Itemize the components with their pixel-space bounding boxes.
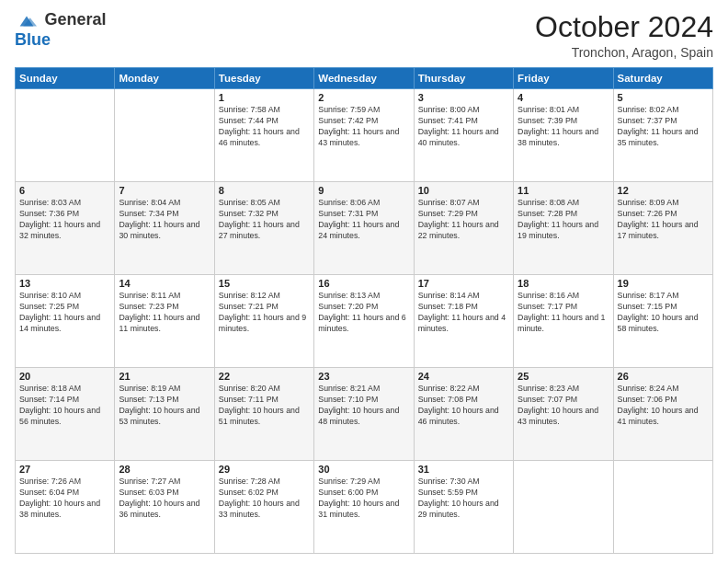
calendar-day-cell: 3Sunrise: 8:00 AM Sunset: 7:41 PM Daylig… [414, 89, 513, 182]
day-info: Sunrise: 8:10 AM Sunset: 7:25 PM Dayligh… [19, 291, 110, 335]
day-info: Sunrise: 8:03 AM Sunset: 7:36 PM Dayligh… [19, 198, 110, 242]
day-number: 9 [318, 185, 409, 196]
day-number: 21 [119, 371, 210, 382]
day-info: Sunrise: 8:21 AM Sunset: 7:10 PM Dayligh… [318, 384, 409, 428]
day-number: 23 [318, 371, 409, 382]
calendar-day-cell: 4Sunrise: 8:01 AM Sunset: 7:39 PM Daylig… [514, 89, 613, 182]
calendar-week-row: 13Sunrise: 8:10 AM Sunset: 7:25 PM Dayli… [16, 275, 713, 368]
day-number: 6 [19, 185, 110, 196]
day-number: 5 [618, 92, 709, 103]
day-number: 4 [518, 92, 609, 103]
day-number: 30 [318, 464, 409, 475]
day-number: 16 [318, 278, 409, 289]
day-number: 11 [518, 185, 609, 196]
header: General Blue October 2024 Tronchon, Arag… [15, 11, 713, 60]
day-number: 31 [418, 464, 509, 475]
weekday-header: Wednesday [314, 68, 414, 89]
calendar-day-cell [613, 461, 712, 554]
day-number: 13 [19, 278, 110, 289]
calendar-day-cell: 5Sunrise: 8:02 AM Sunset: 7:37 PM Daylig… [613, 89, 712, 182]
day-info: Sunrise: 8:12 AM Sunset: 7:21 PM Dayligh… [219, 291, 310, 335]
day-number: 14 [119, 278, 210, 289]
calendar-day-cell: 19Sunrise: 8:17 AM Sunset: 7:15 PM Dayli… [613, 275, 712, 368]
calendar-day-cell: 29Sunrise: 7:28 AM Sunset: 6:02 PM Dayli… [214, 461, 313, 554]
calendar-day-cell: 27Sunrise: 7:26 AM Sunset: 6:04 PM Dayli… [16, 461, 115, 554]
day-info: Sunrise: 8:11 AM Sunset: 7:23 PM Dayligh… [119, 291, 210, 335]
calendar-week-row: 20Sunrise: 8:18 AM Sunset: 7:14 PM Dayli… [16, 368, 713, 461]
day-info: Sunrise: 8:16 AM Sunset: 7:17 PM Dayligh… [518, 291, 609, 335]
day-info: Sunrise: 8:14 AM Sunset: 7:18 PM Dayligh… [418, 291, 509, 335]
day-info: Sunrise: 7:59 AM Sunset: 7:42 PM Dayligh… [318, 105, 409, 149]
calendar-day-cell: 16Sunrise: 8:13 AM Sunset: 7:20 PM Dayli… [314, 275, 414, 368]
day-number: 1 [219, 92, 310, 103]
day-info: Sunrise: 8:07 AM Sunset: 7:29 PM Dayligh… [418, 198, 509, 242]
day-number: 8 [219, 185, 310, 196]
title-area: October 2024 Tronchon, Aragon, Spain [535, 11, 713, 60]
day-info: Sunrise: 8:05 AM Sunset: 7:32 PM Dayligh… [219, 198, 310, 242]
day-number: 17 [418, 278, 509, 289]
calendar-day-cell: 14Sunrise: 8:11 AM Sunset: 7:23 PM Dayli… [115, 275, 214, 368]
day-info: Sunrise: 8:02 AM Sunset: 7:37 PM Dayligh… [618, 105, 709, 149]
calendar-day-cell: 8Sunrise: 8:05 AM Sunset: 7:32 PM Daylig… [214, 182, 313, 275]
day-info: Sunrise: 8:04 AM Sunset: 7:34 PM Dayligh… [119, 198, 210, 242]
day-number: 28 [119, 464, 210, 475]
day-number: 3 [418, 92, 509, 103]
day-info: Sunrise: 8:17 AM Sunset: 7:15 PM Dayligh… [618, 291, 709, 335]
calendar-day-cell [16, 89, 115, 182]
page: General Blue October 2024 Tronchon, Arag… [0, 0, 728, 563]
weekday-header: Tuesday [214, 68, 313, 89]
day-number: 24 [418, 371, 509, 382]
day-info: Sunrise: 8:23 AM Sunset: 7:07 PM Dayligh… [518, 384, 609, 428]
day-number: 27 [19, 464, 110, 475]
calendar-week-row: 1Sunrise: 7:58 AM Sunset: 7:44 PM Daylig… [16, 89, 713, 182]
weekday-header: Sunday [16, 68, 115, 89]
day-number: 22 [219, 371, 310, 382]
weekday-header: Saturday [613, 68, 712, 89]
calendar-day-cell: 30Sunrise: 7:29 AM Sunset: 6:00 PM Dayli… [314, 461, 414, 554]
day-info: Sunrise: 8:09 AM Sunset: 7:26 PM Dayligh… [618, 198, 709, 242]
weekday-header: Friday [514, 68, 613, 89]
calendar-week-row: 27Sunrise: 7:26 AM Sunset: 6:04 PM Dayli… [16, 461, 713, 554]
calendar-week-row: 6Sunrise: 8:03 AM Sunset: 7:36 PM Daylig… [16, 182, 713, 275]
calendar-day-cell: 25Sunrise: 8:23 AM Sunset: 7:07 PM Dayli… [514, 368, 613, 461]
calendar-day-cell: 11Sunrise: 8:08 AM Sunset: 7:28 PM Dayli… [514, 182, 613, 275]
calendar-day-cell: 6Sunrise: 8:03 AM Sunset: 7:36 PM Daylig… [16, 182, 115, 275]
logo-area: General Blue [15, 11, 107, 50]
calendar-day-cell: 1Sunrise: 7:58 AM Sunset: 7:44 PM Daylig… [214, 89, 313, 182]
day-info: Sunrise: 7:30 AM Sunset: 5:59 PM Dayligh… [418, 477, 509, 521]
day-number: 10 [418, 185, 509, 196]
location-title: Tronchon, Aragon, Spain [535, 45, 713, 60]
weekday-header: Monday [115, 68, 214, 89]
calendar-day-cell: 9Sunrise: 8:06 AM Sunset: 7:31 PM Daylig… [314, 182, 414, 275]
calendar-day-cell: 22Sunrise: 8:20 AM Sunset: 7:11 PM Dayli… [214, 368, 313, 461]
day-number: 29 [219, 464, 310, 475]
day-info: Sunrise: 8:20 AM Sunset: 7:11 PM Dayligh… [219, 384, 310, 428]
calendar: SundayMondayTuesdayWednesdayThursdayFrid… [15, 67, 713, 554]
calendar-day-cell: 28Sunrise: 7:27 AM Sunset: 6:03 PM Dayli… [115, 461, 214, 554]
day-number: 12 [618, 185, 709, 196]
day-number: 20 [19, 371, 110, 382]
calendar-day-cell: 21Sunrise: 8:19 AM Sunset: 7:13 PM Dayli… [115, 368, 214, 461]
day-info: Sunrise: 8:18 AM Sunset: 7:14 PM Dayligh… [19, 384, 110, 428]
day-number: 26 [618, 371, 709, 382]
day-number: 19 [618, 278, 709, 289]
calendar-day-cell: 20Sunrise: 8:18 AM Sunset: 7:14 PM Dayli… [16, 368, 115, 461]
day-info: Sunrise: 7:27 AM Sunset: 6:03 PM Dayligh… [119, 477, 210, 521]
day-info: Sunrise: 7:26 AM Sunset: 6:04 PM Dayligh… [19, 477, 110, 521]
day-info: Sunrise: 8:08 AM Sunset: 7:28 PM Dayligh… [518, 198, 609, 242]
weekday-row: SundayMondayTuesdayWednesdayThursdayFrid… [16, 68, 713, 89]
calendar-day-cell: 15Sunrise: 8:12 AM Sunset: 7:21 PM Dayli… [214, 275, 313, 368]
day-number: 15 [219, 278, 310, 289]
calendar-day-cell [115, 89, 214, 182]
day-info: Sunrise: 8:19 AM Sunset: 7:13 PM Dayligh… [119, 384, 210, 428]
day-number: 2 [318, 92, 409, 103]
day-info: Sunrise: 7:58 AM Sunset: 7:44 PM Dayligh… [219, 105, 310, 149]
calendar-body: 1Sunrise: 7:58 AM Sunset: 7:44 PM Daylig… [16, 89, 713, 554]
logo-blue-text: Blue [15, 30, 51, 49]
calendar-day-cell: 18Sunrise: 8:16 AM Sunset: 7:17 PM Dayli… [514, 275, 613, 368]
day-info: Sunrise: 8:01 AM Sunset: 7:39 PM Dayligh… [518, 105, 609, 149]
logo: General Blue [15, 11, 107, 50]
day-number: 7 [119, 185, 210, 196]
calendar-header: SundayMondayTuesdayWednesdayThursdayFrid… [16, 68, 713, 89]
calendar-day-cell: 10Sunrise: 8:07 AM Sunset: 7:29 PM Dayli… [414, 182, 513, 275]
